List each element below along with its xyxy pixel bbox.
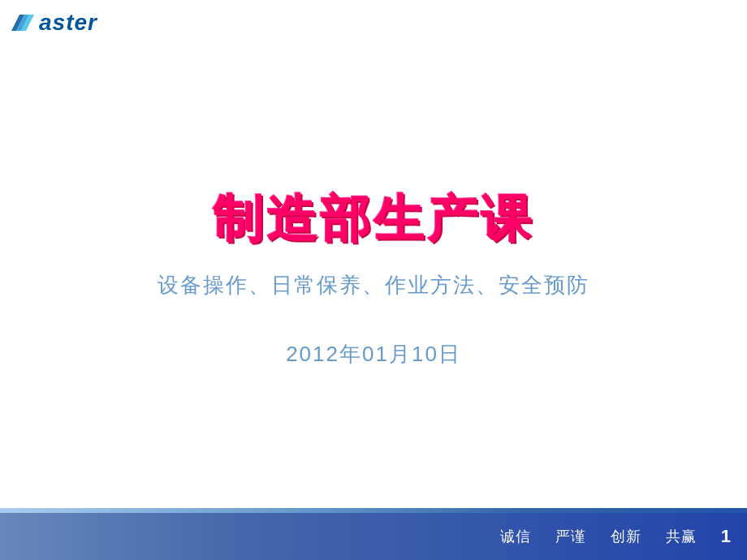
slide-title: 制造部生产课 xyxy=(213,192,534,247)
footer-motto-1: 诚信 xyxy=(500,527,531,546)
main-content: 制造部生产课 设备操作、日常保养、作业方法、安全预防 2012年01月10日 xyxy=(0,49,747,511)
footer-motto-2: 严谨 xyxy=(555,527,586,546)
slide: aster 制造部生产课 设备操作、日常保养、作业方法、安全预防 2012年01… xyxy=(0,0,747,560)
slide-date: 2012年01月10日 xyxy=(286,340,461,368)
logo: aster xyxy=(8,8,97,37)
footer: 诚信 严谨 创新 共赢 1 xyxy=(0,513,747,560)
footer-motto-4: 共赢 xyxy=(666,527,697,546)
logo-icon xyxy=(8,8,37,37)
footer-mottos: 诚信 严谨 创新 共赢 xyxy=(500,527,697,546)
page-number: 1 xyxy=(721,526,731,547)
slide-subtitle: 设备操作、日常保养、作业方法、安全预防 xyxy=(158,271,589,299)
logo-text: aster xyxy=(39,10,97,36)
header: aster xyxy=(0,0,162,45)
footer-motto-3: 创新 xyxy=(611,527,641,546)
